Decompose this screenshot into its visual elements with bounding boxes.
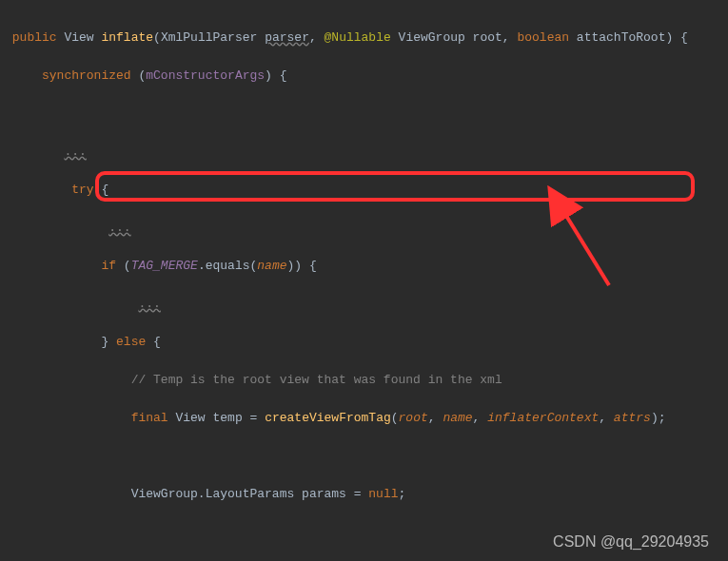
semi: ; (399, 487, 406, 501)
fold-marker[interactable]: ... (108, 221, 130, 235)
keyword: final (131, 411, 168, 425)
code-editor: public View inflate(XmlPullParser parser… (5, 10, 723, 561)
code-line: synchronized (mConstructorArgs) { (5, 67, 723, 86)
code-line: ... (5, 143, 723, 162)
code-line: public View inflate(XmlPullParser parser… (5, 29, 723, 48)
type: ViewGroup (131, 487, 198, 501)
keyword-public: public (12, 30, 57, 45)
keyword: null (368, 487, 398, 501)
keyword: if (101, 259, 116, 273)
arg: name (257, 259, 286, 273)
brace: { (101, 183, 108, 197)
code-line: // Temp is the root view that was found … (5, 371, 723, 390)
comma: , (428, 411, 443, 425)
comma: , (473, 411, 488, 425)
paren: ) { (265, 68, 286, 83)
constant: TAG_MERGE (131, 259, 198, 273)
code-line: } else { (5, 333, 723, 352)
paren: ( (391, 411, 399, 425)
eq: = (354, 487, 369, 501)
paren: ) { (665, 30, 687, 45)
code-line: ViewGroup.LayoutParams params = null; (5, 485, 723, 504)
local-var: temp (212, 411, 242, 425)
type: XmlPullParser (161, 30, 257, 45)
param: attachToRoot (577, 30, 666, 45)
method-inflate: inflate (101, 30, 153, 45)
comma: , (502, 30, 518, 45)
watermark: CSDN @qq_29204935 (553, 532, 709, 551)
keyword: try (71, 183, 93, 197)
method-call: createViewFromTag (265, 411, 391, 425)
code-line (5, 447, 723, 466)
keyword: synchronized (42, 68, 131, 83)
paren: ); (651, 411, 666, 425)
brace: } (101, 335, 108, 349)
type: ViewGroup (399, 30, 465, 45)
code-line (5, 105, 723, 124)
comma: , (309, 30, 325, 45)
annotation: @Nullable (325, 30, 391, 45)
param: parser (265, 30, 309, 45)
paren: ( (153, 30, 161, 45)
type: View (175, 411, 205, 425)
arg: root (399, 411, 428, 425)
arg: inflaterContext (487, 411, 599, 425)
param: root (473, 30, 502, 45)
eq: = (250, 411, 266, 425)
comment: // Temp is the root view that was found … (131, 373, 502, 387)
field: mConstructorArgs (146, 68, 265, 83)
keyword: else (116, 335, 146, 349)
brace: { (153, 335, 161, 349)
method-call: .equals( (198, 259, 257, 273)
type-view: View (64, 30, 93, 45)
code-line: ... (5, 295, 723, 314)
type: .LayoutParams (198, 487, 294, 501)
code-line: ... (5, 219, 723, 238)
keyword: boolean (517, 30, 569, 45)
fold-marker[interactable]: ... (64, 145, 86, 159)
arg: attrs (614, 411, 651, 425)
comma: , (599, 411, 614, 425)
local-var: params (302, 487, 346, 501)
paren: )) { (287, 259, 317, 273)
paren: ( (124, 259, 131, 273)
code-line: try { (5, 181, 723, 200)
arg: name (443, 411, 472, 425)
code-line: final View temp = createViewFromTag(root… (5, 409, 723, 428)
code-line: if (TAG_MERGE.equals(name)) { (5, 257, 723, 276)
fold-marker[interactable]: ... (138, 297, 160, 311)
